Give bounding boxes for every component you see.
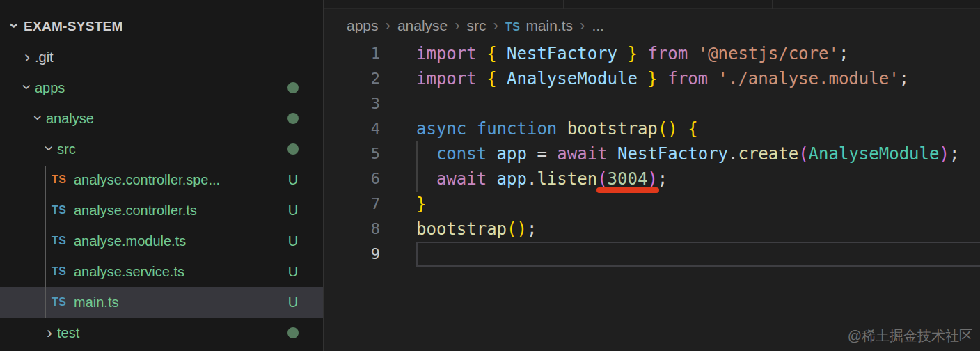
line-number[interactable]: 3 xyxy=(324,91,416,116)
code-token xyxy=(617,44,627,63)
code-token: ; xyxy=(839,44,848,63)
code-line-7: 7} xyxy=(324,192,980,217)
breadcrumb-item-src[interactable]: src xyxy=(467,17,487,34)
chevron-down-icon[interactable]: › xyxy=(19,79,35,95)
code-token xyxy=(416,169,436,189)
typescript-file-icon: TS xyxy=(505,21,520,33)
chevron-right-icon[interactable]: › xyxy=(19,49,35,65)
line-number[interactable]: 7 xyxy=(324,192,416,217)
chevron-down-icon[interactable]: › xyxy=(42,141,57,156)
watermark: @稀土掘金技术社区 xyxy=(848,327,973,345)
code-token: ) xyxy=(517,219,527,239)
tree-item-label: test xyxy=(57,325,79,341)
code-token: bootstrap xyxy=(567,119,658,139)
tree-file-main-ts[interactable]: TSmain.tsU xyxy=(0,287,323,318)
code-token: ( xyxy=(798,144,808,164)
git-modified-dot-icon xyxy=(287,327,299,338)
code-line-content[interactable] xyxy=(416,91,980,116)
tree-folder-apps[interactable]: ›apps xyxy=(0,72,323,103)
code-line-9: 9 xyxy=(324,242,980,267)
code-token xyxy=(466,119,476,139)
tree-folder-git[interactable]: ›.git xyxy=(0,42,323,72)
tree-folder-analyse[interactable]: ›analyse xyxy=(0,103,323,134)
chevron-down-icon[interactable]: › xyxy=(7,17,22,35)
line-number[interactable]: 9 xyxy=(324,242,416,267)
tree-item-label: src xyxy=(57,141,76,157)
code-token: ( xyxy=(658,119,667,139)
line-number[interactable]: 5 xyxy=(324,141,416,166)
code-token: app xyxy=(497,144,527,164)
code-editor[interactable]: 1import { NestFactory } from '@nestjs/co… xyxy=(324,41,980,267)
tree-file-analyse-controller-spe[interactable]: TSanalyse.controller.spe...U xyxy=(0,164,323,195)
code-token: async xyxy=(416,119,466,139)
breadcrumb-item-[interactable]: ... xyxy=(592,17,604,34)
line-number[interactable]: 1 xyxy=(324,41,416,66)
code-line-content[interactable]: async function bootstrap() { xyxy=(416,116,980,141)
tree-file-analyse-service-ts[interactable]: TSanalyse.service.tsU xyxy=(0,256,323,287)
typescript-file-icon: TS xyxy=(52,296,74,309)
code-line-content[interactable]: await app.listen(3004); xyxy=(416,166,980,192)
breadcrumb-item-apps[interactable]: apps xyxy=(347,17,379,34)
breadcrumb-label: apps xyxy=(347,17,379,33)
code-line-2: 2import { AnalyseModule } from './analys… xyxy=(324,66,980,91)
tree-file-analyse-controller-ts[interactable]: TSanalyse.controller.tsU xyxy=(0,195,323,226)
breadcrumb-separator-icon: › xyxy=(448,17,466,35)
code-line-content[interactable]: const app = await NestFactory.create(Ana… xyxy=(416,141,980,166)
chevron-right-icon[interactable]: › xyxy=(42,325,57,341)
code-token: const xyxy=(436,144,487,164)
git-modified-dot-icon xyxy=(287,82,299,93)
line-number[interactable]: 6 xyxy=(324,166,416,192)
breadcrumb-label: main.ts xyxy=(525,17,573,33)
tree-file-analyse-module-ts[interactable]: TSanalyse.module.tsU xyxy=(0,226,323,256)
code-token xyxy=(638,69,647,88)
code-token: { xyxy=(688,119,697,139)
code-token xyxy=(638,44,647,63)
code-line-6: 6 await app.listen(3004); xyxy=(324,166,980,192)
code-token xyxy=(658,69,667,88)
line-number[interactable]: 2 xyxy=(324,66,416,91)
project-root-header[interactable]: › EXAM-SYSTEM xyxy=(0,11,323,42)
git-untracked-badge: U xyxy=(283,172,303,188)
code-line-content[interactable]: import { NestFactory } from '@nestjs/cor… xyxy=(416,41,980,66)
chevron-down-icon[interactable]: › xyxy=(31,110,46,125)
code-token: ; xyxy=(527,219,537,239)
code-token: AnalyseModule xyxy=(809,144,940,164)
breadcrumb-separator-icon: › xyxy=(487,17,505,35)
code-token: ) xyxy=(939,144,949,164)
tree-folder-src[interactable]: ›src xyxy=(0,134,323,164)
breadcrumb: apps›analyse›src›TSmain.ts›... xyxy=(324,10,980,41)
line-number[interactable]: 4 xyxy=(324,116,416,141)
tree-item-label: analyse.controller.ts xyxy=(74,203,197,219)
code-token xyxy=(688,44,697,63)
tree-item-label: analyse.module.ts xyxy=(74,233,186,249)
code-token: . xyxy=(527,169,537,189)
editor-area: apps›analyse›src›TSmain.ts›... 1import {… xyxy=(324,0,980,351)
code-line-content[interactable] xyxy=(416,242,980,267)
git-modified-dot-icon xyxy=(287,143,299,155)
tree-folder-test[interactable]: ›test xyxy=(0,318,323,348)
code-token: function xyxy=(477,119,558,139)
code-token: ( xyxy=(597,169,607,189)
code-line-content[interactable]: import { AnalyseModule } from './analyse… xyxy=(416,66,980,91)
typescript-file-icon: TS xyxy=(52,173,74,186)
code-token: NestFactory xyxy=(617,144,728,164)
tree-item-label: apps xyxy=(35,80,65,96)
git-modified-dot-icon xyxy=(287,113,299,124)
code-token: ( xyxy=(507,219,516,239)
code-token xyxy=(497,69,507,88)
code-token: import xyxy=(416,69,477,88)
code-token xyxy=(416,144,436,164)
breadcrumb-item-main-ts[interactable]: TSmain.ts xyxy=(505,17,573,34)
code-line-content[interactable]: } xyxy=(416,192,980,217)
breadcrumb-item-analyse[interactable]: analyse xyxy=(397,17,448,34)
code-line-4: 4async function bootstrap() { xyxy=(324,116,980,141)
git-untracked-badge: U xyxy=(283,233,303,249)
line-number[interactable]: 8 xyxy=(324,217,416,242)
tab-bar[interactable] xyxy=(324,0,980,9)
code-line-content[interactable]: bootstrap(); xyxy=(416,217,980,242)
code-token: . xyxy=(728,144,738,164)
code-token: ; xyxy=(658,169,667,189)
code-token: await xyxy=(436,169,487,189)
code-token: '@nestjs/core' xyxy=(698,44,839,63)
tab-separator xyxy=(563,0,564,9)
